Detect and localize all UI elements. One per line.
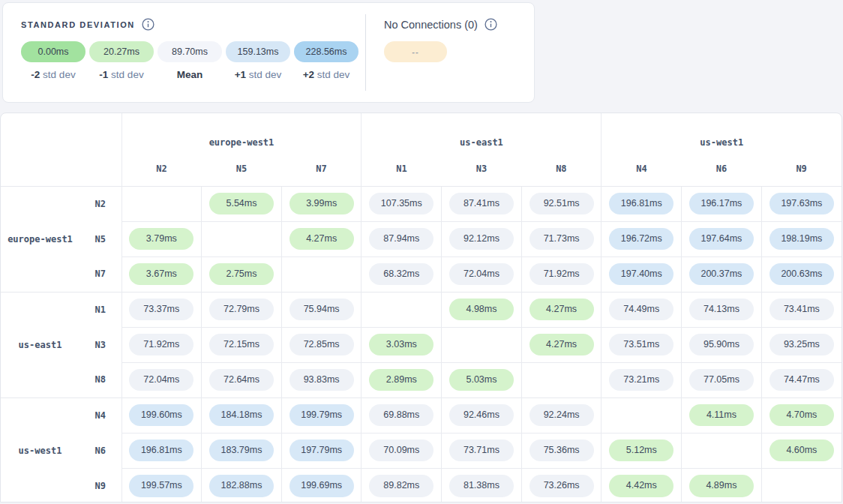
- latency-pill[interactable]: 74.49ms: [609, 298, 674, 321]
- legend-stop-label-suffix: std dev: [108, 69, 143, 80]
- latency-cell: 4.42ms: [602, 468, 682, 502]
- latency-pill[interactable]: 3.99ms: [290, 193, 354, 215]
- latency-pill[interactable]: 107.35ms: [369, 193, 434, 215]
- matrix-row: N371.92ms72.15ms72.85ms3.03ms4.27ms73.51…: [1, 327, 842, 362]
- latency-pill[interactable]: 5.03ms: [449, 369, 514, 392]
- latency-pill[interactable]: 92.12ms: [449, 228, 514, 250]
- latency-pill[interactable]: 93.83ms: [290, 369, 354, 392]
- latency-pill[interactable]: 81.38ms: [449, 475, 514, 497]
- latency-pill[interactable]: 69.88ms: [369, 404, 434, 427]
- latency-pill[interactable]: 184.18ms: [209, 404, 274, 427]
- latency-pill[interactable]: 95.90ms: [689, 334, 754, 356]
- latency-pill[interactable]: 197.63ms: [770, 193, 834, 215]
- latency-cell: 2.89ms: [362, 362, 442, 398]
- latency-pill[interactable]: 73.51ms: [609, 334, 674, 356]
- latency-pill[interactable]: 89.82ms: [369, 475, 434, 497]
- legend-stop-pill: 228.56ms: [294, 41, 358, 62]
- latency-pill[interactable]: 4.27ms: [290, 228, 354, 250]
- latency-pill[interactable]: 72.04ms: [129, 369, 194, 392]
- latency-pill[interactable]: 5.12ms: [609, 440, 674, 462]
- latency-pill[interactable]: 4.60ms: [770, 440, 834, 462]
- latency-pill[interactable]: 72.85ms: [290, 334, 354, 356]
- latency-pill[interactable]: 196.81ms: [609, 193, 674, 215]
- latency-pill[interactable]: 92.24ms: [530, 404, 594, 427]
- latency-pill[interactable]: 196.72ms: [609, 228, 674, 250]
- latency-pill[interactable]: 71.73ms: [530, 228, 594, 250]
- latency-pill[interactable]: 92.46ms: [449, 404, 514, 427]
- latency-cell: 196.72ms: [602, 221, 682, 256]
- latency-pill[interactable]: 3.79ms: [129, 228, 194, 250]
- latency-pill[interactable]: 4.27ms: [530, 334, 594, 356]
- latency-pill[interactable]: 73.21ms: [609, 369, 674, 392]
- latency-pill[interactable]: 199.60ms: [129, 404, 194, 427]
- row-node-header: N2: [80, 186, 122, 221]
- legend-stop-label: +2 std dev: [303, 69, 350, 80]
- latency-pill[interactable]: 73.26ms: [530, 475, 594, 497]
- column-node-header: N9: [761, 152, 842, 186]
- info-icon[interactable]: [484, 18, 497, 31]
- latency-pill[interactable]: 77.05ms: [689, 369, 754, 392]
- latency-cell: 107.35ms: [362, 186, 442, 221]
- latency-pill[interactable]: 4.27ms: [530, 298, 594, 321]
- latency-pill[interactable]: 72.64ms: [209, 369, 274, 392]
- matrix-row: us-west1N4199.60ms184.18ms199.79ms69.88m…: [1, 398, 842, 433]
- row-node-header: N5: [80, 221, 122, 256]
- latency-pill[interactable]: 74.13ms: [689, 298, 754, 321]
- latency-pill[interactable]: 196.81ms: [129, 440, 194, 462]
- latency-pill[interactable]: 74.47ms: [770, 369, 834, 392]
- latency-cell: 72.04ms: [122, 362, 202, 398]
- latency-pill[interactable]: 199.79ms: [290, 404, 354, 427]
- matrix-row: us-east1N173.37ms72.79ms75.94ms4.98ms4.2…: [1, 292, 842, 327]
- latency-pill[interactable]: 93.25ms: [770, 334, 834, 356]
- latency-pill[interactable]: 197.79ms: [290, 440, 354, 462]
- info-icon[interactable]: [142, 18, 154, 31]
- latency-cell: 197.79ms: [281, 433, 362, 468]
- latency-pill[interactable]: 199.57ms: [129, 475, 194, 497]
- latency-pill[interactable]: 72.04ms: [449, 263, 514, 286]
- latency-pill[interactable]: 73.37ms: [129, 298, 194, 321]
- latency-pill[interactable]: 73.71ms: [449, 440, 514, 462]
- legend-title: STANDARD DEVIATION: [21, 20, 135, 29]
- latency-pill[interactable]: 196.17ms: [689, 193, 754, 215]
- latency-pill[interactable]: 182.88ms: [209, 475, 274, 497]
- latency-pill[interactable]: 2.89ms: [369, 369, 434, 392]
- latency-pill[interactable]: 198.19ms: [770, 228, 834, 250]
- latency-pill[interactable]: 72.79ms: [209, 298, 274, 321]
- latency-pill[interactable]: 5.54ms: [209, 193, 274, 215]
- latency-pill[interactable]: 4.11ms: [689, 404, 754, 427]
- latency-cell: 196.81ms: [602, 186, 682, 221]
- latency-pill[interactable]: 4.98ms: [449, 298, 514, 321]
- latency-pill[interactable]: 4.89ms: [689, 475, 754, 497]
- latency-pill[interactable]: 3.67ms: [129, 263, 194, 286]
- latency-pill[interactable]: 70.09ms: [369, 440, 434, 462]
- matrix-corner: [1, 113, 122, 186]
- latency-cell: 4.27ms: [521, 327, 602, 362]
- latency-pill[interactable]: 71.92ms: [129, 334, 194, 356]
- latency-pill[interactable]: 75.94ms: [290, 298, 354, 321]
- latency-pill[interactable]: 2.75ms: [209, 263, 274, 286]
- latency-pill[interactable]: 73.41ms: [770, 298, 834, 321]
- latency-pill[interactable]: 75.36ms: [530, 440, 594, 462]
- latency-pill[interactable]: 197.64ms: [689, 228, 754, 250]
- latency-pill[interactable]: 199.69ms: [290, 475, 354, 497]
- latency-pill[interactable]: 183.79ms: [209, 440, 274, 462]
- latency-cell: 196.17ms: [682, 186, 762, 221]
- self-latency-cell: [761, 468, 842, 502]
- latency-pill[interactable]: 197.40ms: [609, 263, 674, 286]
- legend-stop-label: +1 std dev: [235, 69, 282, 80]
- latency-pill[interactable]: 4.42ms: [609, 475, 674, 497]
- latency-pill[interactable]: 200.37ms: [689, 263, 754, 286]
- latency-pill[interactable]: 71.92ms: [530, 263, 594, 286]
- row-node-header: N3: [80, 327, 122, 362]
- latency-pill[interactable]: 87.94ms: [369, 228, 434, 250]
- row-node-header: N8: [80, 362, 122, 398]
- latency-pill[interactable]: 3.03ms: [369, 334, 434, 356]
- latency-pill[interactable]: 87.41ms: [449, 193, 514, 215]
- latency-pill[interactable]: 72.15ms: [209, 334, 274, 356]
- latency-pill[interactable]: 92.51ms: [530, 193, 594, 215]
- latency-pill[interactable]: 4.70ms: [770, 404, 834, 427]
- latency-pill[interactable]: 68.32ms: [369, 263, 434, 286]
- no-connections-label: No Connections (0): [384, 19, 478, 31]
- latency-pill[interactable]: 200.63ms: [770, 263, 834, 286]
- no-connections-pill: --: [384, 41, 447, 62]
